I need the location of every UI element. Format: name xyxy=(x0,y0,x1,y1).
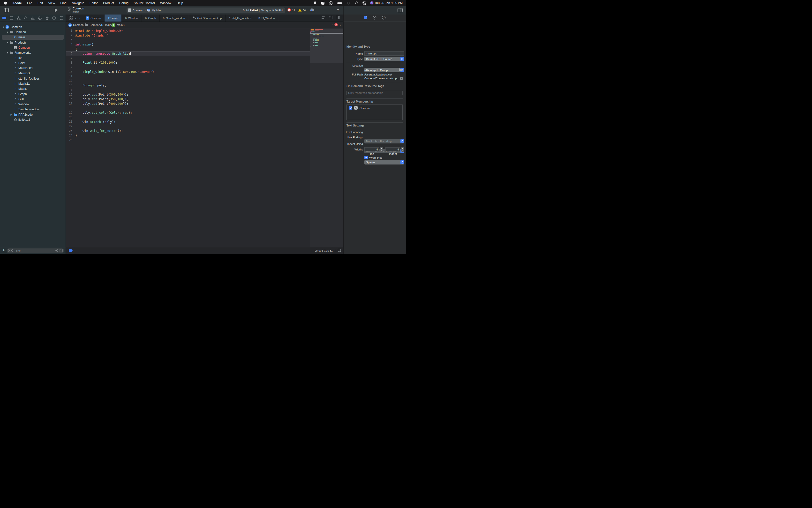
code-line-21[interactable]: 21 win.attach (poly); xyxy=(66,120,343,124)
menu-item-window[interactable]: Window xyxy=(158,1,174,5)
code-line-11[interactable]: 11 xyxy=(66,74,343,79)
tree-item-fltk[interactable]: hfltk xyxy=(0,55,66,60)
tab-fl-window[interactable]: hFl_Window xyxy=(255,14,279,22)
spotlight-icon[interactable] xyxy=(355,1,358,5)
tab-width-field[interactable]: 4 xyxy=(365,147,379,152)
apple-menu-icon[interactable] xyxy=(4,1,7,5)
code-line-7[interactable]: 7 xyxy=(66,56,343,60)
tree-item-point[interactable]: hPoint xyxy=(0,60,66,66)
filter-field[interactable]: Filter xyxy=(6,248,64,253)
source-control-icon[interactable] xyxy=(10,16,13,20)
next-issue-icon[interactable]: › xyxy=(340,23,341,27)
menu-clock[interactable]: Thu 26 Jan 9:55 PM xyxy=(374,1,402,5)
tree-item-std-lib-facilities[interactable]: hstd_lib_facilities xyxy=(0,76,66,81)
menu-item-view[interactable]: View xyxy=(45,1,57,5)
scheme-name[interactable]: Comeon xyxy=(133,9,143,12)
add-tab-button[interactable]: + xyxy=(337,7,339,12)
menu-item-navigate[interactable]: Navigate xyxy=(69,1,87,5)
code-line-8[interactable]: 8 Point tl {100,100}; xyxy=(66,60,343,65)
menu-item-editor[interactable]: Editor xyxy=(87,1,100,5)
tree-item-window[interactable]: hWindow xyxy=(0,101,66,107)
wrap-lines-row[interactable]: Wrap lines xyxy=(365,156,382,160)
issue-navigator-icon[interactable] xyxy=(31,16,35,20)
tree-item-simple-window[interactable]: hSimple_window xyxy=(0,107,66,112)
forward-chevron-icon[interactable]: › xyxy=(79,16,80,20)
tree-item-matrix11[interactable]: hMatrix11 xyxy=(0,81,66,86)
left-sidebar-toggle-icon[interactable] xyxy=(4,8,9,13)
debug-navigator-icon[interactable] xyxy=(45,16,49,20)
siri-icon[interactable] xyxy=(370,1,374,5)
tree-item-products[interactable]: ▼Products xyxy=(0,40,66,45)
code-line-3[interactable]: 3 xyxy=(66,38,343,42)
indent-width-stepper[interactable] xyxy=(401,147,404,152)
indent-using-dropdown[interactable]: Spaces xyxy=(365,160,404,165)
menu-item-find[interactable]: Find xyxy=(57,1,69,5)
tab-build-comeon-log[interactable]: Build Comeon - Log xyxy=(189,14,225,22)
code-line-4[interactable]: 4int main() xyxy=(66,42,343,47)
source-code[interactable]: 1#include "Simple_window.h"2#include "Gr… xyxy=(66,29,343,247)
menu-item-file[interactable]: File xyxy=(25,1,35,5)
tree-item-comeon[interactable]: ▼Comeon xyxy=(0,30,66,35)
tree-item-matrixio11[interactable]: hMatrixIO11 xyxy=(0,66,66,71)
tree-item-ppp2code[interactable]: ▶PPP2code xyxy=(0,112,66,117)
play-circle-icon[interactable] xyxy=(329,1,333,5)
adjust-editor-icon[interactable] xyxy=(329,16,333,20)
tree-item-matrix[interactable]: hMatrix xyxy=(0,86,66,91)
target-row-comeon[interactable]: Comeon xyxy=(347,105,402,110)
destination-name[interactable]: My Mac xyxy=(152,9,161,12)
tree-item-matrixio[interactable]: hMatrixIO xyxy=(0,71,66,76)
tree-item-libfltk-1-3[interactable]: libfltk.1.3 xyxy=(0,117,66,122)
report-navigator-icon[interactable] xyxy=(60,16,63,20)
menu-item-xcode[interactable]: Xcode xyxy=(10,1,25,5)
wifi-icon[interactable] xyxy=(346,2,351,5)
chevron-right-icon[interactable]: ▶ xyxy=(10,114,12,116)
add-file-button[interactable]: + xyxy=(2,248,5,253)
breadcrumb-item-main[interactable]: C+main xyxy=(101,23,111,27)
chevron-down-icon[interactable]: ▼ xyxy=(6,51,9,54)
tab-std-lib-facilities[interactable]: hstd_lib_facilities xyxy=(225,14,255,22)
checkbox-checked-icon[interactable] xyxy=(365,156,368,160)
tree-item-frameworks[interactable]: ▼Frameworks xyxy=(0,50,66,55)
scheme-selector[interactable]: Comeon › My Mac Build Failed|Today at 9:… xyxy=(127,7,285,13)
split-editor-icon[interactable] xyxy=(336,16,340,20)
code-line-13[interactable]: 13 Polygon poly; xyxy=(66,83,343,88)
tree-item-comeon[interactable]: ▼AComeon xyxy=(0,25,66,30)
battery-icon[interactable] xyxy=(337,2,342,5)
breadcrumb-item-comeon[interactable]: AComeon xyxy=(69,24,83,27)
indent-width-field[interactable]: 4 xyxy=(385,147,400,152)
tree-item-comeon[interactable]: Comeon xyxy=(0,45,66,50)
code-line-20[interactable]: 20 xyxy=(66,115,343,120)
tab-main[interactable]: C+main xyxy=(104,14,122,22)
breakpoint-tag-icon[interactable] xyxy=(69,248,73,253)
test-navigator-icon[interactable] xyxy=(38,16,42,20)
code-line-15[interactable]: 15 poly.add(Point{300,200}); xyxy=(66,92,343,97)
reveal-arrow-icon[interactable] xyxy=(400,77,403,81)
right-sidebar-toggle-icon[interactable] xyxy=(397,8,402,13)
recent-clock-icon[interactable] xyxy=(55,249,58,253)
file-inspector-icon[interactable] xyxy=(364,16,367,20)
chevron-down-icon[interactable]: ▼ xyxy=(6,41,9,44)
chevron-down-icon[interactable]: ▼ xyxy=(6,31,9,33)
code-line-14[interactable]: 14 xyxy=(66,88,343,92)
find-navigator-icon[interactable] xyxy=(24,16,27,20)
odr-tags-field[interactable]: Only resources are taggable xyxy=(346,91,402,95)
issue-stop-icon[interactable] xyxy=(334,23,338,27)
run-button[interactable] xyxy=(54,8,58,13)
menu-item-help[interactable]: Help xyxy=(174,1,186,5)
widgets-icon[interactable] xyxy=(321,1,325,5)
tab-width-stepper[interactable] xyxy=(380,147,383,152)
tree-item-graph[interactable]: hGraph xyxy=(0,91,66,96)
menu-item-edit[interactable]: Edit xyxy=(35,1,45,5)
tab-simple-window[interactable]: hSimple_window xyxy=(160,14,189,22)
control-center-icon[interactable] xyxy=(362,1,366,5)
bell-icon[interactable] xyxy=(313,1,317,5)
code-line-12[interactable]: 12 xyxy=(66,79,343,83)
code-line-10[interactable]: 10 Simple_window win {tl,600,400,"Canvas… xyxy=(66,70,343,74)
menu-item-source-control[interactable]: Source Control xyxy=(131,1,158,5)
code-line-23[interactable]: 23 win.wait_for_button(); xyxy=(66,129,343,133)
breadcrumb-item-comeon[interactable]: Comeon xyxy=(84,23,100,27)
related-items-icon[interactable] xyxy=(69,16,73,20)
code-line-19[interactable]: 19 poly.set_color(Color::red); xyxy=(66,110,343,115)
chevron-down-icon[interactable]: ▼ xyxy=(2,26,5,28)
code-line-18[interactable]: 18 xyxy=(66,106,343,111)
